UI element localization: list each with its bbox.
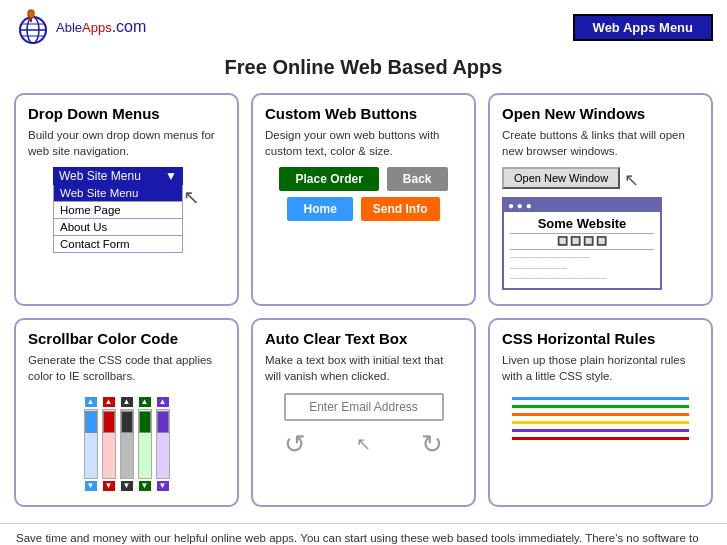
- card-title-open-new-windows: Open New Windows: [502, 105, 699, 122]
- sb-arrow-up-green[interactable]: ▲: [139, 397, 151, 407]
- sb-arrow-up-blue[interactable]: ▲: [85, 397, 97, 407]
- buttons-row-1: Place Order Back: [279, 167, 447, 191]
- dropdown-item-2[interactable]: About Us: [53, 219, 183, 236]
- card-desc-rules: Liven up those plain horizontal rules wi…: [502, 352, 699, 384]
- sb-track-purple: [156, 409, 170, 479]
- hr-orange: [512, 413, 689, 416]
- mini-hr-2: [510, 249, 654, 250]
- logo-text: AbleApps.com: [56, 18, 146, 36]
- dropdown-menu[interactable]: Web Site Menu ▼ Web Site Menu Home Page …: [53, 167, 183, 253]
- card-drop-down-menus: Drop Down Menus Build your own drop down…: [14, 93, 239, 306]
- open-new-window-button[interactable]: Open New Window: [502, 167, 620, 189]
- hr-green: [512, 405, 689, 408]
- email-input[interactable]: [284, 393, 444, 421]
- new-window-demo: Open New Window ↖ ● ● ● Some Website 🔲 🔲…: [502, 167, 699, 290]
- cursor-icon: ↖: [183, 185, 200, 209]
- mini-browser-body: Some Website 🔲 🔲 🔲 🔲 ───────────────────…: [504, 212, 660, 288]
- autoclear-demo: ↺ ↖ ↻: [265, 393, 462, 460]
- card-title-custom-web-buttons: Custom Web Buttons: [265, 105, 462, 122]
- back-button[interactable]: Back: [387, 167, 448, 191]
- card-open-new-windows: Open New Windows Create buttons & links …: [488, 93, 713, 306]
- card-custom-web-buttons: Custom Web Buttons Design your own web b…: [251, 93, 476, 306]
- card-desc-scrollbar: Generate the CSS code that applies color…: [28, 352, 225, 384]
- logo-apps: Apps: [82, 20, 112, 35]
- place-order-button[interactable]: Place Order: [279, 167, 378, 191]
- mini-icons-row: 🔲 🔲 🔲 🔲: [510, 236, 654, 246]
- dropdown-demo: Web Site Menu ▼ Web Site Menu Home Page …: [28, 167, 225, 253]
- buttons-demo: Place Order Back Home Send Info: [265, 167, 462, 221]
- refresh-right-icon: ↻: [421, 429, 443, 460]
- hr-purple: [512, 429, 689, 432]
- sb-arrow-down-green[interactable]: ▼: [139, 481, 151, 491]
- mini-body-lines: ────────────────────────────────────────…: [510, 253, 654, 284]
- refresh-icons: ↺ ↖ ↻: [284, 429, 443, 460]
- mini-icon-4: 🔲: [596, 236, 607, 246]
- dropdown-item-1[interactable]: Home Page: [53, 202, 183, 219]
- sb-track-green: [138, 409, 152, 479]
- mini-icon-1: 🔲: [557, 236, 568, 246]
- header: AbleApps.com Web Apps Menu: [0, 0, 727, 50]
- scrollbar-green: ▲ ▼: [138, 397, 152, 491]
- mini-browser-bar: ● ● ●: [504, 199, 660, 212]
- sb-thumb-dark[interactable]: [121, 411, 133, 433]
- dropdown-arrow-icon: ▼: [165, 169, 177, 183]
- mini-site-title: Some Website: [510, 216, 654, 231]
- sb-track-dark: [120, 409, 134, 479]
- sb-arrow-up-purple[interactable]: ▲: [157, 397, 169, 407]
- dropdown-item-0[interactable]: Web Site Menu: [53, 185, 183, 202]
- refresh-left-icon: ↺: [284, 429, 306, 460]
- sb-arrow-down-blue[interactable]: ▼: [85, 481, 97, 491]
- hr-rules-list: [512, 397, 689, 440]
- sb-arrow-up-dark[interactable]: ▲: [121, 397, 133, 407]
- card-desc-custom-web-buttons: Design your own web buttons with custom …: [265, 127, 462, 159]
- dropdown-item-3[interactable]: Contact Form: [53, 236, 183, 253]
- home-button[interactable]: Home: [287, 197, 352, 221]
- sb-track-red: [102, 409, 116, 479]
- card-title-autoclear: Auto Clear Text Box: [265, 330, 462, 347]
- web-apps-menu-button[interactable]: Web Apps Menu: [573, 14, 713, 41]
- card-auto-clear-text-box: Auto Clear Text Box Make a text box with…: [251, 318, 476, 506]
- scrollbar-purple: ▲ ▼: [156, 397, 170, 491]
- svg-rect-5: [28, 10, 34, 18]
- card-css-horizontal-rules: CSS Horizontal Rules Liven up those plai…: [488, 318, 713, 506]
- card-scrollbar-color-code: Scrollbar Color Code Generate the CSS co…: [14, 318, 239, 506]
- sb-thumb-green[interactable]: [139, 411, 151, 433]
- dropdown-header-label: Web Site Menu: [59, 169, 141, 183]
- logo-globe-icon: [14, 8, 52, 46]
- sb-arrow-down-red[interactable]: ▼: [103, 481, 115, 491]
- footer-text: Save time and money with our helpful onl…: [0, 523, 727, 545]
- sb-arrow-up-red[interactable]: ▲: [103, 397, 115, 407]
- scrollbar-red: ▲ ▼: [102, 397, 116, 491]
- scrollbar-blue: ▲ ▼: [84, 397, 98, 491]
- send-info-button[interactable]: Send Info: [361, 197, 440, 221]
- hr-red: [512, 437, 689, 440]
- dropdown-header[interactable]: Web Site Menu ▼: [53, 167, 183, 185]
- logo-area: AbleApps.com: [14, 8, 146, 46]
- card-desc-drop-down-menus: Build your own drop down menus for web s…: [28, 127, 225, 159]
- sb-arrow-down-dark[interactable]: ▼: [121, 481, 133, 491]
- card-title-scrollbar: Scrollbar Color Code: [28, 330, 225, 347]
- card-title-drop-down-menus: Drop Down Menus: [28, 105, 225, 122]
- sb-thumb-purple[interactable]: [157, 411, 169, 433]
- card-title-rules: CSS Horizontal Rules: [502, 330, 699, 347]
- logo-com: .com: [112, 18, 147, 35]
- scrollbar-dark: ▲ ▼: [120, 397, 134, 491]
- sb-arrow-down-purple[interactable]: ▼: [157, 481, 169, 491]
- card-desc-autoclear: Make a text box with initial text that w…: [265, 352, 462, 384]
- cards-grid: Drop Down Menus Build your own drop down…: [0, 93, 727, 507]
- rules-demo: [502, 393, 699, 440]
- buttons-row-2: Home Send Info: [287, 197, 439, 221]
- mini-icon-2: 🔲: [570, 236, 581, 246]
- hr-yellow: [512, 421, 689, 424]
- cursor-icon-2: ↖: [624, 169, 639, 191]
- scrollbar-demo: ▲ ▼ ▲ ▼ ▲: [28, 393, 225, 491]
- cursor-icon-3: ↖: [356, 433, 371, 460]
- mini-browser: ● ● ● Some Website 🔲 🔲 🔲 🔲 ─────────────…: [502, 197, 662, 290]
- sb-thumb-blue[interactable]: [85, 411, 97, 433]
- sb-track-blue: [84, 409, 98, 479]
- sb-thumb-red[interactable]: [103, 411, 115, 433]
- mini-icon-3: 🔲: [583, 236, 594, 246]
- logo-able: Able: [56, 20, 82, 35]
- scrollbar-cols: ▲ ▼ ▲ ▼ ▲: [84, 397, 170, 491]
- dropdown-row: Web Site Menu ▼ Web Site Menu Home Page …: [53, 167, 200, 253]
